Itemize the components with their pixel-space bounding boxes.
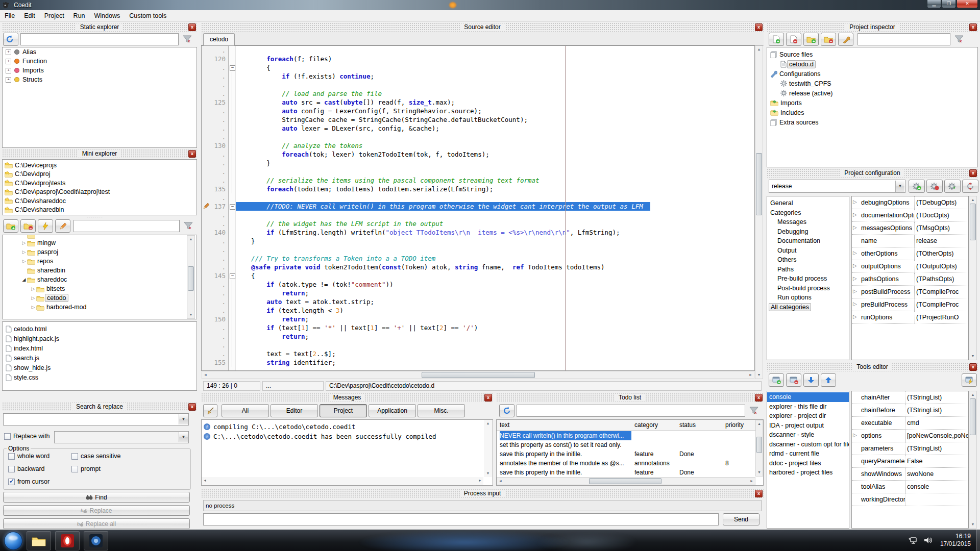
code-line[interactable]: return; — [236, 315, 754, 323]
editor-vscrollbar[interactable]: ▲ ▼ — [755, 45, 763, 379]
code-line[interactable]: { — [236, 271, 754, 280]
property-value[interactable]: (TMsgOpts) — [916, 222, 968, 234]
network-icon[interactable] — [909, 536, 918, 544]
property-row[interactable]: workingDirectory — [852, 493, 968, 506]
all-categories-button[interactable]: All categories — [767, 303, 849, 312]
project-item-imports[interactable]: Imports — [767, 98, 977, 108]
property-value[interactable] — [907, 493, 968, 506]
category-debugging[interactable]: Debugging — [767, 227, 849, 237]
property-value[interactable]: release — [916, 235, 968, 247]
todo-column-priority[interactable]: priority — [725, 420, 749, 430]
shell-open-button[interactable] — [38, 219, 53, 233]
expand-icon[interactable]: ▷ — [853, 199, 857, 205]
code-line[interactable]: auto config = LexerConfig(f, StringBehav… — [236, 107, 754, 115]
minimize-button[interactable]: ▁ — [927, 0, 941, 8]
expand-icon[interactable]: ▷ — [853, 301, 857, 307]
expander-icon[interactable]: ▷ — [30, 286, 36, 291]
todo-cell[interactable]: save this property in the inifile. — [500, 449, 631, 459]
find-button[interactable]: Find — [3, 492, 190, 503]
expand-icon[interactable]: ▷ — [853, 250, 857, 256]
property-value[interactable]: (TCompileProc — [916, 286, 968, 298]
expand-icon[interactable]: + — [6, 68, 11, 73]
close-icon[interactable]: x — [484, 394, 492, 402]
menu-custom-tools[interactable]: Custom tools — [125, 11, 171, 21]
messages-vscrollbar[interactable]: ▲ ▼ — [484, 420, 492, 477]
todo-cell[interactable]: annnotations — [634, 459, 677, 468]
project-item-release-active-[interactable]: release (active) — [767, 88, 977, 98]
code-line[interactable]: } — [236, 159, 754, 167]
refresh-button[interactable] — [3, 33, 18, 46]
expand-icon[interactable]: + — [6, 77, 11, 83]
category-output[interactable]: Output — [767, 246, 849, 256]
property-row[interactable]: toolAliasconsole — [852, 481, 968, 493]
expand-icon[interactable]: ▷ — [853, 276, 857, 281]
code-line[interactable] — [236, 193, 754, 202]
property-row[interactable]: ▷postBuildProcess(TCompileProc — [852, 286, 968, 298]
tool-item[interactable]: rdmd - current file — [767, 449, 849, 459]
messages-filter-misc[interactable]: Misc. — [418, 404, 465, 417]
code-line[interactable]: // the widget has the LFM script in the … — [236, 219, 754, 228]
add-config-button[interactable]: + — [909, 180, 925, 193]
replace-with-combo[interactable]: ▼ — [54, 431, 189, 443]
code-line[interactable] — [236, 81, 754, 89]
property-value[interactable]: (TOtherOpts) — [916, 247, 968, 260]
add-tool-button[interactable]: + — [769, 373, 784, 387]
property-value[interactable]: (TDebugOpts) — [916, 196, 968, 209]
menu-run[interactable]: Run — [69, 11, 90, 21]
replace-button[interactable]: b Replace — [3, 505, 190, 516]
code-area[interactable]: foreach(f; files) { if (!f.exists) conti… — [236, 46, 754, 370]
property-value[interactable]: [poNewConsole,poNew — [907, 430, 968, 442]
sync-config-button[interactable] — [962, 180, 978, 193]
code-line[interactable]: if (!f.exists) continue; — [236, 72, 754, 81]
property-row[interactable]: ▷documentationOption(TDocOpts) — [852, 209, 968, 222]
code-line[interactable]: auto lexer = DLexer(src, config, &cache)… — [236, 124, 754, 133]
case-sensitive-checkbox[interactable] — [71, 453, 78, 460]
tool-item[interactable]: dscanner - style — [767, 430, 849, 440]
project-item-cetodo-d[interactable]: cetodo.d — [767, 59, 977, 69]
code-line[interactable]: // load and parse the file — [236, 89, 754, 98]
messages-filter-application[interactable]: Application — [369, 404, 416, 417]
tree-item-function[interactable]: +Function — [3, 57, 197, 66]
category-categories[interactable]: Categories — [767, 208, 849, 218]
show-desktop-button[interactable] — [976, 530, 980, 551]
close-icon[interactable]: x — [755, 23, 763, 31]
remove-favorite-button[interactable]: − — [20, 219, 36, 233]
folder-item-cetodo[interactable]: ▷cetodo — [3, 293, 197, 303]
property-row[interactable]: showWindowsswoNone — [852, 468, 968, 481]
configuration-combo[interactable]: release▼ — [769, 180, 905, 193]
folder-item-sharedbin[interactable]: sharedbin — [3, 266, 197, 275]
remove-tool-button[interactable]: − — [786, 373, 801, 387]
expander-icon[interactable]: ◢ — [21, 277, 27, 282]
tool-grid-scrollbar[interactable]: ▲ ▼ — [969, 391, 977, 529]
messages-filter-editor[interactable]: Editor — [271, 404, 318, 417]
message-item[interactable]: iC:\...\cetodo\cetodo.coedit has been su… — [202, 432, 493, 441]
property-row[interactable]: chainBefore(TStringList) — [852, 404, 968, 417]
property-row[interactable]: ▷debugingOptions(TDebugOpts) — [852, 196, 968, 209]
property-value[interactable]: (TStringList) — [907, 442, 968, 455]
property-value[interactable]: False — [907, 455, 968, 467]
expand-icon[interactable]: ▷ — [853, 288, 857, 294]
replace-all-button[interactable]: b Replace all — [3, 518, 190, 529]
property-value[interactable]: (TPathsOpts) — [916, 273, 968, 285]
taskbar-opera-button[interactable] — [55, 531, 80, 550]
config-property-grid[interactable]: ▷debugingOptions(TDebugOpts)▷documentati… — [851, 196, 969, 360]
code-line[interactable]: foreach(f; files) — [236, 55, 754, 63]
send-button[interactable]: Send — [723, 513, 760, 525]
expand-icon[interactable]: ▷ — [853, 314, 857, 319]
expand-icon[interactable]: ▷ — [853, 212, 857, 217]
remove-config-button[interactable]: − — [926, 180, 943, 193]
todo-column-status[interactable]: status — [679, 420, 723, 430]
todo-column-text[interactable]: text — [500, 420, 631, 430]
category-post-build-process[interactable]: Post-build process — [767, 284, 849, 293]
todo-cell[interactable]: save this property in the inifile. — [500, 468, 631, 477]
filter-clear-icon[interactable]: x — [747, 405, 761, 417]
menu-file[interactable]: File — [0, 11, 19, 21]
favorite-folder[interactable]: C:\Dev\dproj\tests — [3, 179, 197, 188]
code-line[interactable]: if (text[1] == '*' || text[1] == '+' || … — [236, 323, 754, 332]
tool-item[interactable]: console — [767, 392, 849, 402]
tree-item-imports[interactable]: +Imports — [3, 66, 197, 75]
property-row[interactable]: ▷otherOptions(TOtherOpts) — [852, 247, 968, 260]
move-tool-down-button[interactable] — [803, 373, 819, 387]
remove-folder-button[interactable]: − — [821, 33, 836, 46]
run-tool-button[interactable] — [962, 373, 977, 387]
